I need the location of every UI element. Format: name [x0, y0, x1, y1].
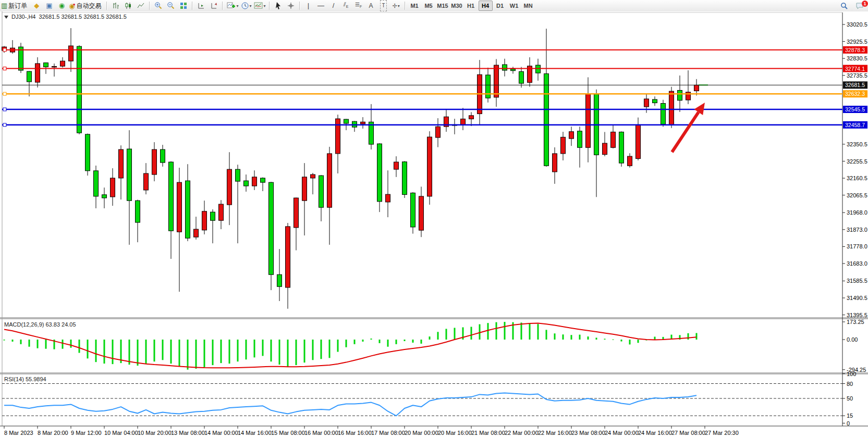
candle	[619, 132, 624, 163]
auto-scroll-button[interactable]	[207, 1, 220, 11]
timeframe-M30[interactable]: M30	[450, 1, 463, 10]
timeframe-M15[interactable]: M15	[436, 1, 449, 10]
indicators-button[interactable]: ▾	[225, 1, 239, 11]
candle	[177, 182, 182, 232]
timeframe-H1[interactable]: H1	[464, 1, 478, 10]
candle	[336, 119, 340, 154]
macd-bar	[45, 340, 47, 349]
horizontal-line-button[interactable]: —	[315, 1, 327, 11]
candle	[252, 177, 257, 186]
macd-bar	[162, 340, 164, 360]
line-handle[interactable]	[3, 92, 6, 95]
vertical-line-button[interactable]: |	[302, 1, 315, 11]
tile-windows-button[interactable]	[177, 1, 190, 11]
indicators-icon	[226, 2, 236, 10]
macd-bar	[621, 340, 622, 342]
macd-bar	[362, 340, 364, 342]
candle	[694, 85, 699, 91]
chart-canvas[interactable]: 33020.532925.532830.532735.532350.532255…	[0, 11, 868, 438]
candle	[578, 131, 582, 148]
time-tick-label: 15 Mar 08:00	[271, 430, 305, 436]
macd-bar	[487, 323, 489, 340]
macd-bar	[95, 340, 97, 362]
zoom-out-button[interactable]	[165, 1, 177, 11]
candle	[211, 212, 215, 220]
macd-bar	[496, 322, 497, 340]
line-chart-button[interactable]	[135, 1, 147, 11]
text-button[interactable]: A	[365, 1, 377, 11]
arrows-button[interactable]: ✢▾	[390, 1, 402, 11]
macd-bar	[554, 333, 556, 340]
candle	[586, 94, 591, 147]
zoom-in-button[interactable]	[152, 1, 165, 11]
auto-scroll-icon	[210, 2, 218, 10]
chart-shift-button[interactable]	[195, 1, 207, 11]
line-handle[interactable]	[3, 67, 6, 70]
candle	[294, 198, 299, 228]
macd-bar	[521, 322, 522, 340]
fibonacci-button[interactable]: ☰F	[352, 1, 365, 11]
macd-bar	[354, 340, 356, 344]
timeframe-W1[interactable]: W1	[508, 1, 521, 10]
cursor-button[interactable]	[272, 1, 285, 11]
macd-bar	[287, 340, 289, 367]
time-tick-label: 10 Mar 20:00	[138, 430, 172, 436]
candle	[60, 61, 65, 66]
rsi-tick-label: 15	[847, 412, 853, 419]
line-handle[interactable]	[3, 123, 6, 127]
search-button[interactable]	[838, 1, 850, 11]
template-button[interactable]: ▾	[253, 1, 267, 11]
macd-bar	[429, 336, 431, 340]
market-watch-button[interactable]: ▣	[43, 1, 55, 11]
macd-bar	[321, 340, 322, 359]
notifications-button[interactable]: 1	[853, 1, 866, 11]
macd-bar	[279, 340, 280, 365]
price-tick-label: 31585.5	[847, 278, 867, 284]
text-label-button[interactable]: T	[377, 1, 390, 11]
period-button[interactable]: ▾	[240, 1, 253, 11]
quick-trade-toggle-icon[interactable]	[4, 16, 8, 19]
chart-window[interactable]: 33020.532925.532830.532735.532350.532255…	[0, 11, 868, 438]
chart-window-button[interactable]: ◆	[30, 1, 43, 11]
timeframe-MN[interactable]: MN	[522, 1, 535, 10]
line-handle[interactable]	[3, 48, 6, 52]
time-tick-label: 8 Mar 20:00	[38, 430, 68, 436]
candle	[628, 156, 632, 166]
macd-bar	[154, 340, 155, 361]
timeframe-M5[interactable]: M5	[422, 1, 435, 10]
bar-chart-button[interactable]	[109, 1, 122, 11]
chart-shift-icon	[197, 2, 205, 10]
macd-bar	[529, 323, 531, 340]
toolbar-separator	[222, 2, 223, 10]
macd-bar	[104, 340, 105, 364]
timeframe-M1[interactable]: M1	[408, 1, 421, 10]
candlestick-chart-button[interactable]	[122, 1, 135, 11]
candle	[277, 274, 282, 286]
candle	[85, 134, 90, 171]
timeframe-D1[interactable]: D1	[494, 1, 507, 10]
trendline-button[interactable]: /	[327, 1, 340, 11]
auto-trading-button[interactable]: ◉● 自动交易	[68, 1, 104, 11]
equidistant-channel-button[interactable]: ⫽E	[340, 1, 352, 11]
macd-bar	[613, 340, 614, 340]
time-tick-label: 8 Mar 2023	[4, 430, 33, 436]
macd-bar	[596, 337, 597, 340]
time-tick-label: 14 Mar 16:00	[238, 430, 272, 436]
crosshair-button[interactable]	[285, 1, 297, 11]
timeframe-H4[interactable]: H4	[479, 1, 493, 11]
candle	[519, 71, 524, 83]
candle	[119, 149, 124, 178]
toolbar: ▥ 新订单 ◆ ▣ ◉ ◉● 自动交易	[0, 0, 868, 12]
data-window-button[interactable]: ◉	[55, 1, 68, 11]
line-handle[interactable]	[3, 108, 6, 111]
macd-bar	[654, 337, 656, 340]
candle	[394, 162, 399, 169]
candle	[244, 181, 249, 186]
macd-tick-label: 0.00	[847, 336, 858, 343]
toolbar-separator	[299, 2, 300, 10]
candle	[144, 173, 149, 190]
macd-bar	[195, 340, 197, 369]
new-order-button[interactable]: ▥ 新订单	[0, 1, 30, 11]
candle	[469, 116, 474, 119]
candle	[461, 119, 466, 125]
